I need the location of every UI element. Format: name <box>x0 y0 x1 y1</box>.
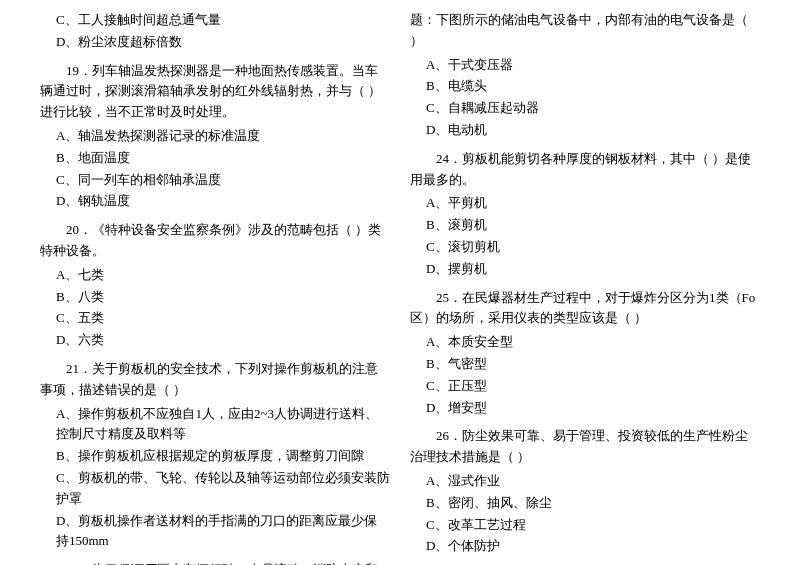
q20-block: 20．《特种设备安全监察条例》涉及的范畴包括（ ）类特种设备。 A、七类 B、八… <box>40 220 390 351</box>
q21-d: D、剪板机操作者送材料的手指满的刀口的距离应最少保持150mm <box>56 511 390 553</box>
right-column: 题：下图所示的储油电气设备中，内部有油的电气设备是（ ） A、干式变压器 B、电… <box>410 10 760 565</box>
q25-c: C、正压型 <box>426 376 760 397</box>
q20-d: D、六类 <box>56 330 390 351</box>
q19-block: 19．列车轴温发热探测器是一种地面热传感装置。当车辆通过时，探测滚滑箱轴承发射的… <box>40 61 390 213</box>
q21-a: A、操作剪板机不应独自1人，应由2~3人协调进行送料、控制尺寸精度及取料等 <box>56 404 390 446</box>
q19-c: C、同一列车的相邻轴承温度 <box>56 170 390 191</box>
q23-right-text: 题：下图所示的储油电气设备中，内部有油的电气设备是（ ） <box>410 10 760 52</box>
q20-c: C、五类 <box>56 308 390 329</box>
q23-b: B、电缆头 <box>426 76 760 97</box>
q24-c: C、滚切剪机 <box>426 237 760 258</box>
left-column: C、工人接触时间超总通气量 D、粉尘浓度超标倍数 19．列车轴温发热探测器是一种… <box>40 10 390 565</box>
q19-text: 19．列车轴温发热探测器是一种地面热传感装置。当车辆通过时，探测滚滑箱轴承发射的… <box>40 61 390 123</box>
q25-a: A、本质安全型 <box>426 332 760 353</box>
q26-d: D、个体防护 <box>426 536 760 557</box>
q21-text: 21．关于剪板机的安全技术，下列对操作剪板机的注意事项，描述错误的是（ ） <box>40 359 390 401</box>
q25-b: B、气密型 <box>426 354 760 375</box>
q24-text: 24．剪板机能剪切各种厚度的钢板材料，其中（ ）是使用最多的。 <box>410 149 760 191</box>
q23-a: A、干式变压器 <box>426 55 760 76</box>
q23-d: D、电动机 <box>426 120 760 141</box>
q24-b: B、滚剪机 <box>426 215 760 236</box>
q20-text: 20．《特种设备安全监察条例》涉及的范畴包括（ ）类特种设备。 <box>40 220 390 262</box>
q26-text: 26．防尘效果可靠、易于管理、投资较低的生产性粉尘治理技术措施是（ ） <box>410 426 760 468</box>
option-c-prev: C、工人接触时间超总通气量 <box>56 10 390 31</box>
q23-c: C、自耦减压起动器 <box>426 98 760 119</box>
q22-block: 22．为了保证厂区内车辆行驶、人员流动、消防火灾和救火，以及安全运送材料等需要，… <box>40 560 390 565</box>
q23-right-block: 题：下图所示的储油电气设备中，内部有油的电气设备是（ ） A、干式变压器 B、电… <box>410 10 760 141</box>
q20-a: A、七类 <box>56 265 390 286</box>
q21-block: 21．关于剪板机的安全技术，下列对操作剪板机的注意事项，描述错误的是（ ） A、… <box>40 359 390 552</box>
q25-d: D、增安型 <box>426 398 760 419</box>
q26-b: B、密闭、抽风、除尘 <box>426 493 760 514</box>
q24-a: A、平剪机 <box>426 193 760 214</box>
q21-b: B、操作剪板机应根据规定的剪板厚度，调整剪刀间隙 <box>56 446 390 467</box>
q-cd-block: C、工人接触时间超总通气量 D、粉尘浓度超标倍数 <box>40 10 390 53</box>
q26-a: A、湿式作业 <box>426 471 760 492</box>
q20-b: B、八类 <box>56 287 390 308</box>
option-d-prev: D、粉尘浓度超标倍数 <box>56 32 390 53</box>
q19-b: B、地面温度 <box>56 148 390 169</box>
q25-text: 25．在民爆器材生产过程中，对于爆炸分区分为1类（Fo区）的场所，采用仪表的类型… <box>410 288 760 330</box>
q26-block: 26．防尘效果可靠、易于管理、投资较低的生产性粉尘治理技术措施是（ ） A、湿式… <box>410 426 760 557</box>
q26-c: C、改革工艺过程 <box>426 515 760 536</box>
q25-block: 25．在民爆器材生产过程中，对于爆炸分区分为1类（Fo区）的场所，采用仪表的类型… <box>410 288 760 419</box>
q19-d: D、钢轨温度 <box>56 191 390 212</box>
q24-block: 24．剪板机能剪切各种厚度的钢板材料，其中（ ）是使用最多的。 A、平剪机 B、… <box>410 149 760 280</box>
page-content: C、工人接触时间超总通气量 D、粉尘浓度超标倍数 19．列车轴温发热探测器是一种… <box>40 10 760 565</box>
q24-d: D、摆剪机 <box>426 259 760 280</box>
q22-text: 22．为了保证厂区内车辆行驶、人员流动、消防火灾和救火，以及安全运送材料等需要，… <box>40 560 390 565</box>
q19-a: A、轴温发热探测器记录的标准温度 <box>56 126 390 147</box>
q21-c: C、剪板机的带、飞轮、传轮以及轴等运动部位必须安装防护罩 <box>56 468 390 510</box>
